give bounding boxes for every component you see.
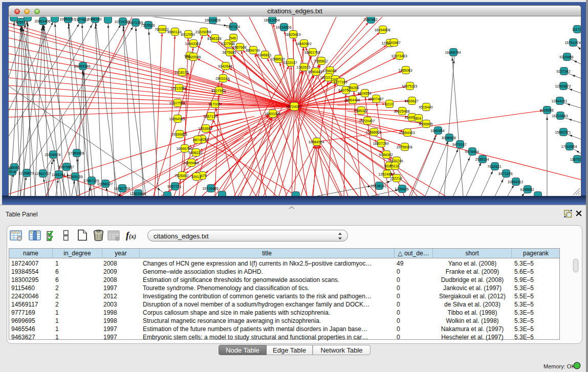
svg-text:6210: 6210 — [385, 102, 393, 106]
svg-text:10913: 10913 — [191, 175, 201, 179]
svg-text:8186328: 8186328 — [207, 37, 221, 40]
svg-text:15720407: 15720407 — [359, 119, 375, 123]
svg-text:10807487: 10807487 — [367, 97, 383, 101]
svg-text:19384554: 19384554 — [308, 140, 324, 144]
svg-text:2803144: 2803144 — [215, 77, 229, 80]
svg-text:7632621: 7632621 — [487, 165, 501, 168]
svg-text:33975867: 33975867 — [58, 165, 74, 169]
svg-text:2718176: 2718176 — [175, 71, 188, 74]
svg-text:9463627: 9463627 — [404, 99, 418, 103]
svg-text:9474444: 9474444 — [465, 150, 478, 154]
svg-text:12823446: 12823446 — [129, 192, 145, 195]
svg-text:2935114: 2935114 — [475, 158, 489, 161]
svg-text:1167533: 1167533 — [570, 158, 581, 161]
svg-text:9699695: 9699695 — [419, 122, 432, 126]
svg-text:14099489: 14099489 — [183, 161, 199, 165]
svg-text:3215958: 3215958 — [539, 108, 553, 112]
svg-text:20691406: 20691406 — [34, 19, 50, 23]
svg-text:23226058: 23226058 — [195, 30, 211, 34]
svg-text:16033809: 16033809 — [204, 18, 220, 22]
svg-text:16640910: 16640910 — [295, 42, 311, 46]
svg-text:18807249: 18807249 — [373, 142, 388, 145]
svg-text:9777169: 9777169 — [333, 80, 347, 84]
svg-text:19654923: 19654923 — [399, 131, 415, 135]
svg-text:1588520: 1588520 — [271, 57, 285, 61]
svg-text:746266: 746266 — [347, 86, 359, 90]
svg-text:10958107: 10958107 — [97, 182, 113, 186]
svg-text:3267130: 3267130 — [203, 115, 217, 118]
svg-text:6966160: 6966160 — [88, 17, 101, 21]
svg-text:917006: 917006 — [208, 102, 220, 106]
svg-text:2867608: 2867608 — [232, 46, 246, 49]
svg-text:19166825: 19166825 — [171, 133, 187, 136]
svg-text:9515440: 9515440 — [419, 105, 432, 109]
svg-text:9227342: 9227342 — [556, 70, 570, 73]
svg-text:8854749: 8854749 — [246, 49, 259, 52]
svg-text:17359928: 17359928 — [68, 151, 84, 155]
svg-text:252214: 252214 — [390, 177, 402, 180]
svg-text:1640954: 1640954 — [430, 129, 444, 133]
svg-text:6794028: 6794028 — [322, 69, 336, 73]
svg-text:15692971: 15692971 — [555, 130, 571, 134]
svg-text:7515526: 7515526 — [141, 24, 155, 27]
svg-text:18300295: 18300295 — [264, 112, 280, 116]
svg-text:9242848: 9242848 — [218, 64, 232, 68]
svg-text:20053346: 20053346 — [74, 64, 90, 68]
svg-text:8912954: 8912954 — [181, 33, 194, 36]
svg-text:7955812: 7955812 — [314, 59, 328, 63]
svg-text:10543362: 10543362 — [185, 42, 201, 46]
svg-text:10107553: 10107553 — [169, 101, 185, 105]
svg-text:1733426: 1733426 — [395, 187, 408, 191]
svg-text:10025438: 10025438 — [394, 110, 409, 113]
svg-text:15136141: 15136141 — [371, 184, 386, 188]
svg-text:1353594: 1353594 — [198, 127, 212, 130]
svg-text:6479197: 6479197 — [452, 143, 466, 146]
svg-text:10973493: 10973493 — [391, 54, 407, 58]
svg-text:19654983: 19654983 — [169, 117, 185, 121]
svg-text:7485063: 7485063 — [398, 69, 412, 72]
svg-text:7357224: 7357224 — [226, 25, 239, 29]
svg-text:9329966: 9329966 — [559, 55, 573, 59]
svg-text:7663822: 7663822 — [155, 28, 168, 31]
svg-text:9327508: 9327508 — [221, 42, 234, 46]
svg-text:10654112: 10654112 — [508, 180, 524, 184]
svg-text:2687682: 2687682 — [363, 18, 377, 21]
svg-text:18724007: 18724007 — [286, 105, 301, 108]
svg-text:16961758: 16961758 — [304, 51, 320, 54]
svg-text:10653267: 10653267 — [59, 17, 75, 21]
svg-text:1145194: 1145194 — [52, 173, 66, 177]
svg-text:12444151: 12444151 — [551, 99, 567, 103]
svg-text:9146821: 9146821 — [257, 53, 271, 57]
svg-text:9084062: 9084062 — [379, 153, 393, 157]
svg-text:19218506: 19218506 — [275, 26, 291, 29]
svg-text:16782759: 16782759 — [114, 187, 129, 190]
svg-text:3624554: 3624554 — [357, 92, 371, 95]
svg-text:12505135: 12505135 — [67, 175, 82, 179]
svg-text:11172: 11172 — [572, 28, 581, 31]
svg-text:16325419: 16325419 — [285, 33, 300, 36]
svg-text:1243967: 1243967 — [386, 41, 400, 45]
svg-text:8427552: 8427552 — [211, 89, 225, 93]
svg-text:8660124: 8660124 — [167, 30, 181, 34]
svg-text:804: 804 — [415, 117, 421, 120]
svg-text:15751074: 15751074 — [564, 41, 580, 45]
svg-text:18913054: 18913054 — [264, 18, 279, 22]
svg-text:935061: 935061 — [9, 166, 20, 169]
svg-text:23420046: 23420046 — [185, 55, 201, 59]
svg-text:12975115: 12975115 — [402, 84, 418, 88]
svg-text:8874: 8874 — [193, 138, 201, 142]
svg-text:1362615: 1362615 — [296, 65, 310, 69]
svg-text:17016504: 17016504 — [561, 145, 577, 148]
svg-text:12093872: 12093872 — [555, 84, 571, 88]
svg-text:16648784: 16648784 — [445, 51, 461, 54]
svg-text:7625402: 7625402 — [175, 174, 188, 178]
svg-text:1527602: 1527602 — [74, 18, 88, 21]
svg-text:20364436: 20364436 — [344, 98, 360, 102]
svg-text:13524854: 13524854 — [378, 172, 394, 176]
svg-text:16210643: 16210643 — [552, 114, 568, 118]
svg-text:8990448: 8990448 — [308, 70, 322, 74]
svg-text:546: 546 — [230, 36, 236, 40]
svg-text:9657721: 9657721 — [167, 185, 181, 188]
svg-text:95132: 95132 — [389, 164, 400, 168]
svg-text:12942737: 12942737 — [34, 172, 50, 176]
